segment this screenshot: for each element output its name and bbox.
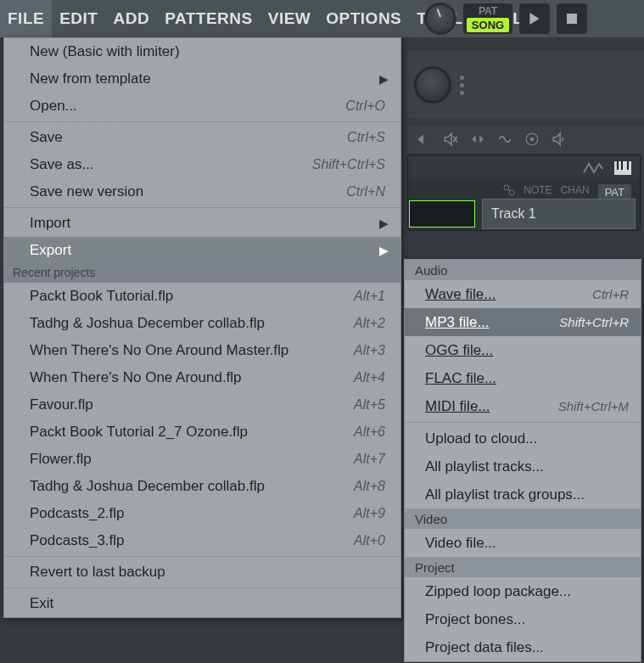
stop-button[interactable] bbox=[557, 3, 587, 34]
recent-item[interactable]: Podcasts_2.flpAlt+9 bbox=[4, 500, 400, 527]
shortcut-label: Alt+3 bbox=[354, 343, 385, 358]
svg-point-2 bbox=[530, 138, 535, 142]
window-icon-row bbox=[407, 126, 644, 153]
video-section-header: Video bbox=[405, 508, 641, 529]
export-project-bones[interactable]: Project bones... bbox=[405, 605, 641, 633]
pattern-preview[interactable] bbox=[409, 200, 475, 228]
menu-file[interactable]: FILE bbox=[0, 0, 52, 37]
wave-shape-icon[interactable] bbox=[582, 160, 604, 176]
export-all-tracks[interactable]: All playlist tracks... bbox=[405, 452, 641, 480]
shortcut-label: Alt+8 bbox=[354, 479, 385, 494]
file-menu-dropdown: New (Basic with limiter) New from templa… bbox=[3, 37, 401, 618]
chevron-right-icon: ▶ bbox=[379, 72, 389, 86]
export-project-data[interactable]: Project data files... bbox=[405, 633, 641, 661]
separator bbox=[4, 207, 400, 208]
menu-revert[interactable]: Revert to last backup bbox=[4, 559, 400, 586]
menu-save-as[interactable]: Save as...Shift+Ctrl+S bbox=[4, 151, 400, 178]
track-header[interactable]: Track 1 bbox=[482, 199, 636, 229]
export-mp3[interactable]: MP3 file...Shift+Ctrl+R bbox=[405, 308, 641, 336]
track-label: Track 1 bbox=[491, 206, 536, 222]
panel-header bbox=[408, 155, 640, 181]
menu-view[interactable]: VIEW bbox=[260, 0, 319, 37]
shortcut-label: Alt+7 bbox=[354, 452, 385, 467]
recent-item[interactable]: Tadhg & Joshua December collab.flpAlt+2 bbox=[4, 310, 400, 337]
menu-save-new-version[interactable]: Save new versionCtrl+N bbox=[4, 178, 400, 205]
svg-rect-4 bbox=[617, 161, 619, 170]
chevron-right-icon: ▶ bbox=[379, 216, 389, 230]
song-label: SONG bbox=[467, 18, 509, 32]
svg-rect-5 bbox=[621, 161, 623, 170]
menu-edit[interactable]: EDIT bbox=[52, 0, 105, 37]
menu-patterns[interactable]: PATTERNS bbox=[157, 0, 260, 37]
shortcut-label: Alt+2 bbox=[354, 316, 385, 331]
secondary-toolbar bbox=[407, 51, 644, 119]
recent-item[interactable]: When There's No One Around.flpAlt+4 bbox=[4, 364, 400, 391]
speaker-icon[interactable] bbox=[552, 132, 567, 147]
menu-open[interactable]: Open...Ctrl+O bbox=[4, 93, 400, 120]
shortcut-label: Ctrl+O bbox=[345, 98, 385, 114]
level-dots bbox=[460, 76, 464, 95]
recent-item[interactable]: Podcasts_3.flpAlt+0 bbox=[4, 527, 400, 554]
svg-rect-6 bbox=[627, 161, 629, 170]
audio-section-header: Audio bbox=[405, 260, 641, 280]
menu-save[interactable]: SaveCtrl+S bbox=[4, 124, 400, 151]
shortcut-label: Alt+1 bbox=[354, 289, 385, 304]
dot-icon bbox=[460, 76, 464, 80]
recent-item[interactable]: Favour.flpAlt+5 bbox=[4, 391, 400, 419]
export-flac[interactable]: FLAC file... bbox=[405, 364, 641, 392]
chevron-right-icon: ▶ bbox=[379, 244, 389, 257]
recent-item[interactable]: Packt Book Tutorial.flpAlt+1 bbox=[4, 283, 400, 310]
shortcut-label: Ctrl+S bbox=[347, 130, 385, 145]
shortcut-label: Ctrl+N bbox=[346, 184, 385, 199]
menu-add[interactable]: ADD bbox=[105, 0, 157, 37]
shortcut-label: Alt+5 bbox=[354, 397, 385, 413]
recent-item[interactable]: Flower.flpAlt+7 bbox=[4, 446, 400, 473]
top-bar: FILE EDIT ADD PATTERNS VIEW OPTIONS TOOL… bbox=[0, 0, 644, 37]
separator bbox=[4, 587, 400, 588]
menu-import[interactable]: Import▶ bbox=[4, 210, 400, 237]
menu-options[interactable]: OPTIONS bbox=[318, 0, 409, 37]
pat-label: PAT bbox=[479, 5, 497, 17]
shortcut-label: Alt+6 bbox=[354, 424, 385, 440]
separator bbox=[4, 121, 400, 122]
menu-export[interactable]: Export▶ bbox=[4, 237, 400, 264]
project-section-header: Project bbox=[405, 557, 641, 577]
export-submenu: Audio Wave file...Ctrl+R MP3 file...Shif… bbox=[404, 259, 641, 662]
export-midi[interactable]: MIDI file...Shift+Ctrl+M bbox=[405, 392, 641, 420]
separator bbox=[405, 422, 641, 423]
tempo-knob[interactable] bbox=[414, 66, 451, 104]
export-zipped-loop[interactable]: Zipped loop package... bbox=[405, 577, 641, 605]
link-icon[interactable] bbox=[503, 184, 515, 196]
export-all-track-groups[interactable]: All playlist track groups... bbox=[405, 480, 641, 508]
expand-icon[interactable] bbox=[470, 132, 485, 147]
export-ogg[interactable]: OGG file... bbox=[405, 336, 641, 364]
menu-exit[interactable]: Exit bbox=[4, 590, 400, 617]
menu-new-template[interactable]: New from template▶ bbox=[4, 65, 400, 93]
svg-rect-0 bbox=[567, 14, 577, 24]
piano-icon[interactable] bbox=[614, 161, 631, 175]
shortcut-label: Ctrl+R bbox=[592, 287, 629, 301]
svg-line-9 bbox=[508, 189, 510, 191]
shortcut-label: Shift+Ctrl+M bbox=[558, 399, 629, 413]
wave-icon[interactable] bbox=[497, 132, 512, 147]
dot-icon bbox=[460, 83, 464, 87]
export-wave[interactable]: Wave file...Ctrl+R bbox=[405, 280, 641, 308]
recent-item[interactable]: Tadhg & Joshua December collab.flpAlt+8 bbox=[4, 473, 400, 500]
recent-item[interactable]: Packt Book Tutorial 2_7 Ozone.flpAlt+6 bbox=[4, 419, 400, 446]
mixer-icon[interactable] bbox=[524, 132, 540, 147]
menu-new[interactable]: New (Basic with limiter) bbox=[4, 38, 400, 65]
recent-projects-header: Recent projects bbox=[4, 264, 400, 283]
export-video[interactable]: Video file... bbox=[405, 529, 641, 557]
play-button[interactable] bbox=[519, 3, 550, 34]
shortcut-label: Shift+Ctrl+R bbox=[559, 315, 629, 329]
pat-song-toggle[interactable]: PAT SONG bbox=[463, 3, 512, 34]
shortcut-label: Shift+Ctrl+S bbox=[312, 157, 385, 172]
mute-icon[interactable] bbox=[443, 132, 458, 147]
shortcut-label: Alt+4 bbox=[354, 370, 385, 385]
export-upload-cloud[interactable]: Upload to cloud... bbox=[405, 424, 641, 452]
main-volume-knob[interactable] bbox=[424, 3, 456, 35]
transport-area: PAT SONG bbox=[424, 3, 587, 35]
separator bbox=[4, 556, 400, 557]
rewind-icon[interactable] bbox=[416, 132, 431, 147]
recent-item[interactable]: When There's No One Around Master.flpAlt… bbox=[4, 337, 400, 364]
